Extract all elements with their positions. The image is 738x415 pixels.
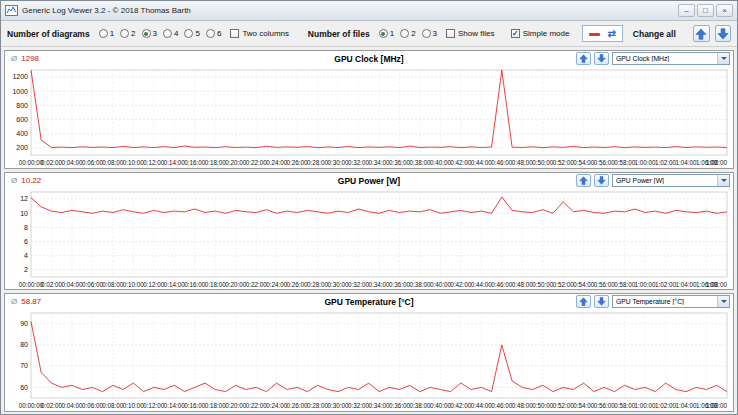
svg-text:1200: 1200 bbox=[12, 73, 28, 80]
chevron-down-icon bbox=[721, 300, 727, 303]
svg-text:0:02:00: 0:02:00 bbox=[41, 281, 63, 288]
simple-mode-checkbox[interactable]: ✓ Simple mode bbox=[511, 29, 570, 38]
svg-text:0:20:00: 0:20:00 bbox=[225, 281, 247, 288]
svg-text:0:14:00: 0:14:00 bbox=[164, 402, 186, 409]
close-icon[interactable]: × bbox=[716, 4, 733, 17]
svg-text:0:36:00: 0:36:00 bbox=[389, 159, 411, 166]
svg-text:0:20:00: 0:20:00 bbox=[225, 402, 247, 409]
svg-text:0:54:00: 0:54:00 bbox=[573, 159, 595, 166]
svg-text:0:40:00: 0:40:00 bbox=[430, 159, 452, 166]
svg-text:1:04:00: 1:04:00 bbox=[676, 402, 698, 409]
file-count-option-1[interactable]: 1 bbox=[379, 29, 394, 38]
app-window: Generic Log Viewer 3.2 - © 2018 Thomas B… bbox=[0, 0, 738, 415]
radio-dot[interactable] bbox=[422, 29, 431, 38]
svg-text:0:16:00: 0:16:00 bbox=[184, 159, 206, 166]
svg-text:0:02:00: 0:02:00 bbox=[41, 402, 63, 409]
chart-move-up-button[interactable] bbox=[576, 174, 591, 187]
radio-label: 4 bbox=[174, 29, 178, 38]
svg-text:200: 200 bbox=[16, 144, 28, 151]
up-arrow-icon bbox=[579, 297, 588, 306]
svg-text:0:40:00: 0:40:00 bbox=[430, 281, 452, 288]
svg-text:400: 400 bbox=[16, 130, 28, 137]
dropdown-button[interactable] bbox=[717, 175, 729, 186]
svg-text:0:08:00: 0:08:00 bbox=[102, 281, 124, 288]
diagram-count-option-5[interactable]: 5 bbox=[184, 29, 199, 38]
svg-text:0:42:00: 0:42:00 bbox=[450, 159, 472, 166]
radio-label: 1 bbox=[390, 29, 394, 38]
svg-text:1:02:00: 1:02:00 bbox=[655, 281, 677, 288]
dropdown-button[interactable] bbox=[717, 296, 729, 307]
radio-label: 2 bbox=[131, 29, 135, 38]
svg-text:0:30:00: 0:30:00 bbox=[328, 159, 350, 166]
radio-dot[interactable] bbox=[379, 29, 388, 38]
svg-text:0:58:00: 0:58:00 bbox=[614, 281, 636, 288]
chart-move-down-button[interactable] bbox=[594, 174, 609, 187]
down-arrow-icon bbox=[597, 297, 606, 306]
metric-select-dropdown[interactable]: GPU Power [W] bbox=[612, 174, 730, 187]
svg-text:0:28:00: 0:28:00 bbox=[307, 159, 329, 166]
svg-text:0:04:00: 0:04:00 bbox=[61, 159, 83, 166]
simple-mode-checkbox-box[interactable]: ✓ bbox=[511, 29, 520, 38]
diagram-count-option-4[interactable]: 4 bbox=[163, 29, 178, 38]
diagram-count-option-3[interactable]: 3 bbox=[142, 29, 157, 38]
svg-text:0:54:00: 0:54:00 bbox=[573, 402, 595, 409]
file-count-option-3[interactable]: 3 bbox=[422, 29, 437, 38]
svg-text:0:44:00: 0:44:00 bbox=[471, 281, 493, 288]
radio-dot[interactable] bbox=[206, 29, 215, 38]
remove-series-button[interactable] bbox=[589, 29, 600, 38]
svg-text:0:10:00: 0:10:00 bbox=[123, 159, 145, 166]
svg-text:0:22:00: 0:22:00 bbox=[246, 159, 268, 166]
svg-text:0:30:00: 0:30:00 bbox=[328, 281, 350, 288]
svg-text:0:36:00: 0:36:00 bbox=[389, 281, 411, 288]
radio-dot[interactable] bbox=[400, 29, 409, 38]
radio-dot[interactable] bbox=[120, 29, 129, 38]
two-columns-checkbox-box[interactable] bbox=[230, 29, 239, 38]
metric-select-dropdown[interactable]: GPU Clock [MHz] bbox=[612, 52, 730, 65]
remove-refresh-group: ⇄ bbox=[582, 25, 622, 42]
radio-dot[interactable] bbox=[163, 29, 172, 38]
charts-area: Ø1298GPU Clock [MHz]GPU Clock [MHz]20040… bbox=[1, 47, 737, 414]
svg-text:0:18:00: 0:18:00 bbox=[205, 281, 227, 288]
svg-text:0:32:00: 0:32:00 bbox=[348, 281, 370, 288]
chart-move-up-button[interactable] bbox=[576, 52, 591, 65]
svg-text:0:04:00: 0:04:00 bbox=[61, 281, 83, 288]
diagram-count-option-6[interactable]: 6 bbox=[206, 29, 221, 38]
svg-text:0:26:00: 0:26:00 bbox=[287, 159, 309, 166]
svg-text:0:22:00: 0:22:00 bbox=[246, 281, 268, 288]
chart-panel-header: Ø58.87GPU Temperature [°C]GPU Temperatur… bbox=[5, 294, 733, 310]
up-arrow-icon bbox=[579, 54, 588, 63]
change-all-down-button[interactable] bbox=[715, 25, 731, 42]
diagram-count-option-2[interactable]: 2 bbox=[120, 29, 135, 38]
file-count-option-2[interactable]: 2 bbox=[400, 29, 415, 38]
show-files-checkbox-box[interactable] bbox=[446, 29, 455, 38]
chart-panel-controls: GPU Power [W] bbox=[576, 174, 730, 187]
radio-dot[interactable] bbox=[99, 29, 108, 38]
metric-select-dropdown[interactable]: GPU Temperature [°C] bbox=[612, 295, 730, 308]
chart-move-down-button[interactable] bbox=[594, 295, 609, 308]
minimize-icon[interactable]: – bbox=[678, 4, 695, 17]
svg-text:0:34:00: 0:34:00 bbox=[368, 159, 390, 166]
diagram-count-option-1[interactable]: 1 bbox=[99, 29, 114, 38]
svg-text:90: 90 bbox=[20, 320, 28, 327]
chart-panel-2: Ø58.87GPU Temperature [°C]GPU Temperatur… bbox=[4, 293, 734, 412]
two-columns-checkbox[interactable]: Two columns bbox=[230, 29, 289, 38]
maximize-icon[interactable]: □ bbox=[697, 4, 714, 17]
show-files-checkbox[interactable]: Show files bbox=[446, 29, 494, 38]
change-all-up-button[interactable] bbox=[693, 25, 709, 42]
radio-dot[interactable] bbox=[142, 29, 151, 38]
svg-text:0:42:00: 0:42:00 bbox=[450, 281, 472, 288]
dropdown-button[interactable] bbox=[717, 53, 729, 64]
refresh-button[interactable]: ⇄ bbox=[607, 29, 615, 39]
svg-text:0:48:00: 0:48:00 bbox=[512, 402, 534, 409]
svg-text:1000: 1000 bbox=[12, 88, 28, 95]
svg-text:0:50:00: 0:50:00 bbox=[532, 402, 554, 409]
svg-text:0:38:00: 0:38:00 bbox=[409, 281, 431, 288]
radio-dot[interactable] bbox=[184, 29, 193, 38]
svg-text:0:58:00: 0:58:00 bbox=[614, 402, 636, 409]
chart-move-up-button[interactable] bbox=[576, 295, 591, 308]
svg-text:0:20:00: 0:20:00 bbox=[225, 159, 247, 166]
radio-label: 3 bbox=[153, 29, 157, 38]
chart-move-down-button[interactable] bbox=[594, 52, 609, 65]
svg-text:1:00:00: 1:00:00 bbox=[635, 402, 657, 409]
metric-select-value: GPU Temperature [°C] bbox=[613, 298, 717, 305]
